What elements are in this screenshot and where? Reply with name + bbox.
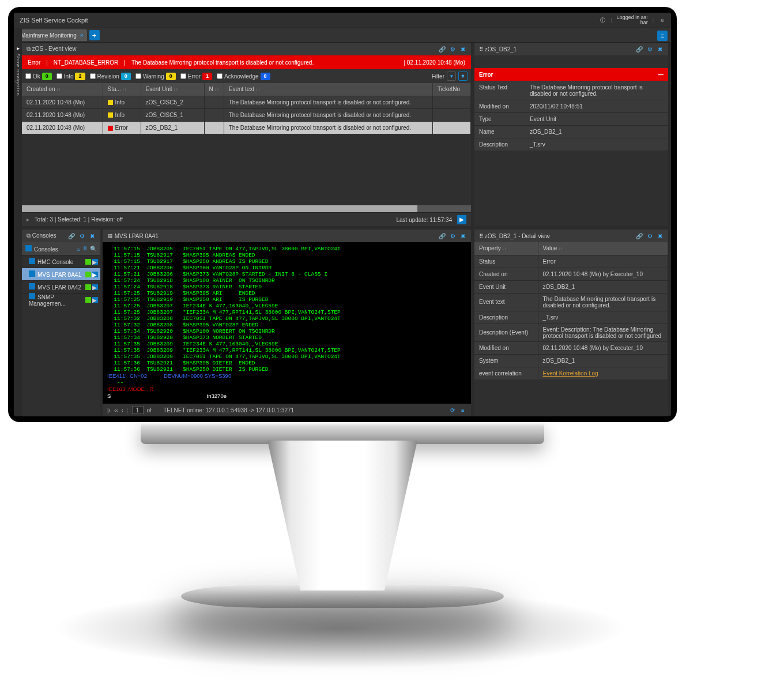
play-icon[interactable]: ▶: [92, 297, 98, 303]
link-icon[interactable]: 🔗: [68, 232, 75, 239]
error-box-header[interactable]: Error —: [474, 68, 668, 81]
play-icon[interactable]: ▶: [92, 259, 98, 265]
filter-warning[interactable]: Warning0: [135, 73, 176, 80]
chevron-right-icon: ▸: [17, 45, 20, 51]
console-list-item[interactable]: MVS LPAR 0A42▶: [22, 280, 100, 293]
console-list-item[interactable]: HMC Console▶: [22, 255, 100, 268]
link-icon[interactable]: 🔗: [636, 46, 643, 52]
filter-error[interactable]: Error1: [180, 73, 212, 80]
refresh-icon[interactable]: ⟳: [449, 407, 456, 413]
detail-row: StatusError: [474, 255, 668, 268]
status-selected: Selected: 1: [58, 216, 86, 223]
table-row[interactable]: 02.11.2020 10:48 (Mo)InfozOS_CISC5_1The …: [22, 108, 471, 121]
table-row[interactable]: 02.11.2020 10:48 (Mo)InfozOS_CISC5_2The …: [22, 96, 471, 108]
search-icon[interactable]: 🔍: [90, 246, 97, 252]
horizontal-scrollbar[interactable]: [22, 205, 471, 212]
detail-value: Event Unit: [525, 112, 668, 125]
detail-row: SystemzOS_DB2_1: [474, 354, 668, 367]
event-col-header[interactable]: TicketNo: [433, 83, 471, 96]
event-col-header[interactable]: Event Unit↓↑: [141, 83, 204, 96]
table-row[interactable]: 02.11.2020 10:48 (Mo)ErrorzOS_DB2_1The D…: [22, 121, 471, 134]
home-icon[interactable]: ⌂: [77, 246, 80, 252]
terminal-title: MVS LPAR 0A41: [115, 233, 159, 239]
event-col-header[interactable]: Event text↓↑: [224, 83, 432, 96]
close-icon[interactable]: ✖: [459, 232, 466, 239]
last-update: Last update: 11:57:34: [396, 216, 452, 223]
gear-icon[interactable]: ⚙: [78, 232, 85, 239]
error-code: NT_DATABASE_ERROR: [54, 59, 118, 66]
page-first-button[interactable]: |‹: [107, 407, 111, 413]
play-icon[interactable]: ▶: [92, 284, 98, 290]
filter-info[interactable]: Info2: [56, 73, 85, 80]
tab-mainframe-monitoring[interactable]: Mainframe Monitoring ×: [17, 29, 87, 41]
event-col-header[interactable]: Created on↓↑: [22, 83, 103, 96]
status-dot-icon: [85, 284, 91, 290]
collapse-icon[interactable]: —: [658, 72, 664, 78]
detail-value: 2020/11/02 10:48:51: [525, 100, 668, 112]
consoles-icon: [25, 245, 32, 251]
detail-key: Status Text: [474, 81, 525, 100]
detail-view-table: Property↓↑ Value↓↑ StatusErrorCreated on…: [474, 242, 668, 379]
tree-icon[interactable]: ⠿: [83, 246, 87, 252]
page-prev-group-button[interactable]: ‹‹: [114, 407, 118, 413]
hamburger-button[interactable]: ≡: [657, 31, 668, 41]
link-icon[interactable]: 🔗: [439, 232, 446, 239]
console-list-item[interactable]: SNMP Managemen...▶: [22, 293, 100, 306]
gear-icon[interactable]: ⚙: [646, 232, 653, 239]
tab-label: Mainframe Monitoring: [21, 32, 77, 39]
error-text: The Database Mirroring protocol transpor…: [131, 59, 314, 66]
unit-summary-panel: ⠿ zOS_DB2_1 🔗 ⚙ ✖ Error — Status TextThe…: [474, 43, 668, 226]
console-list-item[interactable]: MVS LPAR 0A41▶: [22, 268, 100, 280]
filter-dropdown-button[interactable]: ▾: [447, 72, 456, 81]
filter-acknowledge[interactable]: Acknowledge0: [217, 73, 270, 80]
detail-key: Type: [474, 112, 525, 125]
menu-icon[interactable]: ≡: [459, 407, 466, 413]
link-icon[interactable]: 🔗: [636, 232, 643, 239]
gear-icon[interactable]: ⚙: [449, 46, 456, 52]
dropdown-caret-icon[interactable]: ▸: [27, 216, 29, 223]
logout-icon[interactable]: ⎋: [658, 17, 665, 24]
detail-key: Name: [474, 125, 525, 138]
filter-funnel-button[interactable]: ▼: [458, 72, 468, 81]
monitor-icon: [29, 258, 35, 264]
filter-revision[interactable]: Revision0: [90, 73, 131, 80]
detail-row: event correlationEvent Korrelation Log: [474, 367, 668, 379]
link-icon[interactable]: 🔗: [439, 46, 446, 52]
event-col-header[interactable]: N↓↑: [204, 83, 224, 96]
close-icon[interactable]: ✖: [657, 232, 664, 239]
detail-row: Description_T.srv: [474, 311, 668, 324]
event-col-header[interactable]: Sta...↓↑: [103, 83, 141, 96]
app-title: ZIS Self Service Cockpit: [20, 17, 88, 24]
filter-ok[interactable]: Ok0: [25, 73, 52, 80]
detail-row: Description (Event)Event: Description: T…: [474, 324, 668, 341]
detail-value: zOS_DB2_1: [525, 125, 668, 138]
korrelation-log-link[interactable]: Event Korrelation Log: [543, 370, 598, 377]
info-icon[interactable]: ⓘ: [599, 17, 606, 24]
page-prev-button[interactable]: ‹: [122, 407, 123, 413]
event-view-title: zOS - Event view: [32, 46, 77, 52]
detail-value: _T.srv: [525, 138, 668, 151]
logged-in-user: har: [617, 20, 648, 25]
play-icon[interactable]: ▶: [92, 272, 98, 277]
show-navigation-toggle[interactable]: ▸ Show navigation: [14, 28, 22, 416]
gear-icon[interactable]: ⚙: [449, 232, 456, 239]
page-input[interactable]: [132, 406, 144, 414]
status-dot-icon: [85, 259, 91, 265]
error-level: Error: [28, 59, 40, 66]
detail-row: Created on02.11.2020 10:48 (Mo) by Execu…: [474, 268, 668, 280]
close-icon[interactable]: ✖: [657, 46, 664, 52]
event-table: Created on↓↑Sta...↓↑Event Unit↓↑N↓↑Event…: [22, 83, 471, 134]
telnet-status: TELNET online: 127.0.0.1:54938 -> 127.0.…: [163, 407, 294, 413]
tab-close-icon[interactable]: ×: [80, 32, 84, 39]
close-icon[interactable]: ✖: [459, 46, 466, 52]
error-date: 02.11.2020 10:48 (Mo): [407, 59, 465, 66]
detail-value: The Database Mirroring protocol transpor…: [525, 81, 668, 100]
monitor-icon: [29, 270, 35, 277]
add-tab-button[interactable]: +: [89, 30, 100, 40]
gear-icon[interactable]: ⚙: [646, 46, 653, 52]
play-button[interactable]: ▶: [457, 215, 466, 224]
close-icon[interactable]: ✖: [89, 232, 96, 239]
consoles-panel: ⧉ Consoles 🔗 ⚙ ✖ Consoles ⌂ ⠿: [22, 230, 100, 416]
terminal-output[interactable]: 11:57:15 JOB83205 IEC705I TAPE ON 477,TA…: [103, 242, 471, 404]
detail-row: Modified on02.11.2020 10:48 (Mo) by Exec…: [474, 341, 668, 354]
